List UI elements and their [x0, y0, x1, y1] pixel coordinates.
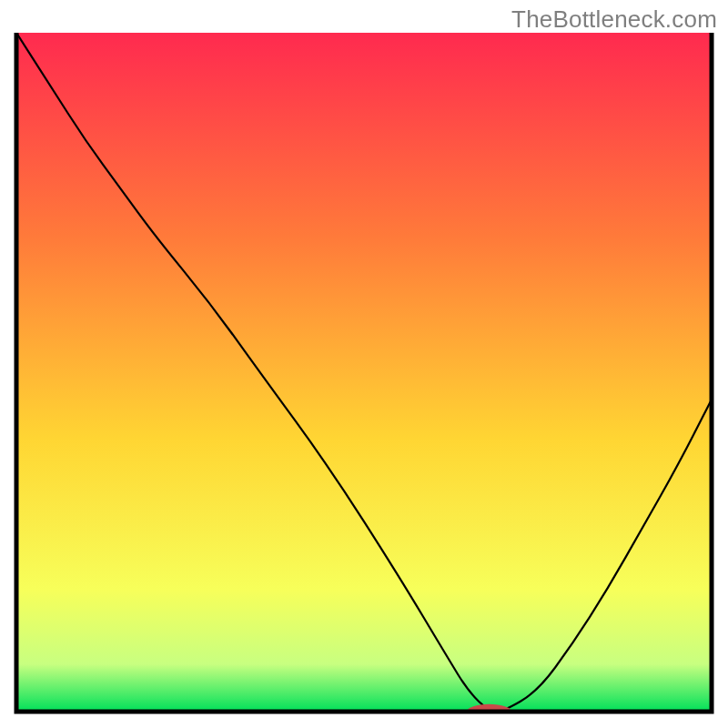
plot-gradient-background — [16, 33, 712, 712]
bottleneck-chart — [0, 0, 728, 728]
